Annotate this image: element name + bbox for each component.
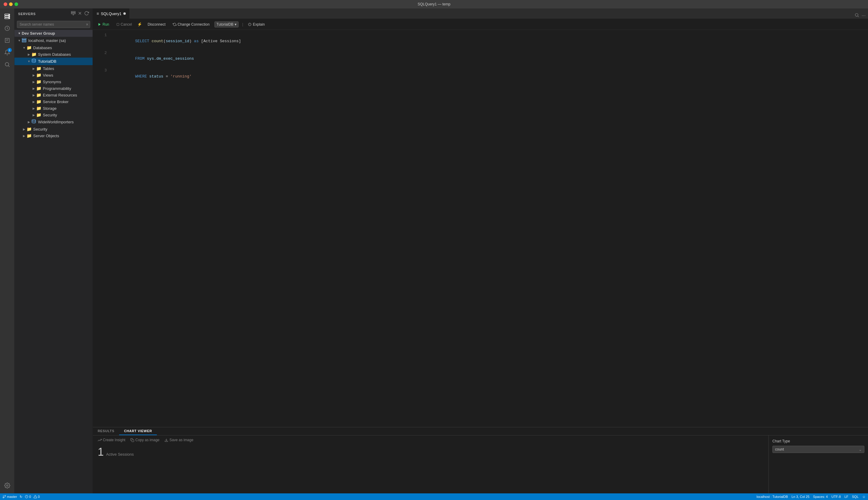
chart-viewer-tab[interactable]: CHART VIEWER (119, 427, 157, 435)
activity-notifications[interactable]: 1 (2, 47, 13, 58)
service-broker-item[interactable]: ▶ 📁 Service Broker (14, 98, 93, 105)
server-icon (22, 38, 27, 43)
storage-label: Storage (43, 106, 57, 111)
activity-history[interactable] (2, 23, 13, 34)
language-text: SQL (852, 495, 859, 499)
storage-item[interactable]: ▶ 📁 Storage (14, 105, 93, 112)
code-editor[interactable]: 1 SELECT count(session_id) as [Active Se… (93, 30, 868, 427)
activity-bookmarks[interactable] (2, 35, 13, 46)
search-clear-icon[interactable]: × (86, 22, 88, 27)
copy-as-image-button[interactable]: Copy as image (130, 438, 160, 442)
security-db-item[interactable]: ▶ 📁 Security (14, 112, 93, 118)
disconnect-button[interactable]: Disconnect (145, 21, 168, 27)
external-resources-item[interactable]: ▶ 📁 External Resources (14, 92, 93, 98)
line-number-3: 3 (98, 68, 107, 73)
maximize-button[interactable] (14, 2, 18, 6)
save-as-image-button[interactable]: Save as image (164, 438, 193, 442)
server-objects-arrow: ▶ (22, 134, 26, 137)
svg-line-10 (8, 66, 9, 67)
create-insight-button[interactable]: Create Insight (98, 438, 125, 442)
chart-type-select[interactable]: count bar line pie scatter timeSeries (773, 446, 864, 453)
svg-rect-18 (22, 41, 26, 42)
databases-icon: 📁 (26, 45, 32, 50)
results-tab[interactable]: RESULTS (93, 427, 119, 435)
query-tab[interactable]: ≡ SQLQuery1 (93, 9, 130, 19)
tutorialdb-item[interactable]: ▼ TutorialDB (14, 58, 93, 65)
tab-label: SQLQuery1 (101, 11, 122, 16)
settings-icon[interactable] (2, 480, 13, 491)
activity-search[interactable] (2, 59, 13, 70)
security-db-arrow: ▶ (31, 113, 36, 117)
error-count[interactable]: 0 (25, 495, 31, 499)
cancel-button[interactable]: Cancel (114, 21, 134, 27)
sync-button[interactable]: ↻ (20, 495, 22, 499)
new-connection-icon[interactable] (71, 11, 76, 16)
sidebar-header-icons (71, 11, 89, 16)
results-tabs: RESULTS CHART VIEWER (93, 427, 868, 435)
tables-arrow: ▶ (31, 67, 36, 70)
sidebar: SERVERS (14, 9, 93, 493)
tutorialdb-arrow: ▼ (26, 60, 31, 63)
save-as-image-label: Save as image (170, 438, 193, 442)
security-server-icon: 📁 (26, 127, 32, 132)
cursor-position[interactable]: Ln 3, Col 25 (791, 495, 809, 499)
svg-point-5 (9, 18, 9, 19)
synonyms-item[interactable]: ▶ 📁 Synonyms (14, 78, 93, 85)
line-ending-info[interactable]: LF (844, 495, 848, 499)
service-broker-icon: 📁 (36, 99, 42, 104)
server-objects-icon: 📁 (26, 133, 32, 138)
search-tab-icon[interactable] (854, 13, 859, 19)
tab-actions: ··· (854, 13, 868, 19)
databases-item[interactable]: ▼ 📁 Databases (14, 44, 93, 51)
server-objects-label: Server Objects (33, 134, 59, 138)
views-item[interactable]: ▶ 📁 Views (14, 72, 93, 78)
spaces-info[interactable]: Spaces: 4 (813, 495, 828, 499)
tables-icon: 📁 (36, 66, 42, 71)
git-branch[interactable]: master (2, 495, 17, 499)
search-input[interactable] (17, 21, 90, 28)
change-connection-button[interactable]: Change Connection (170, 21, 212, 27)
result-metric-label: Active Sessions (106, 452, 134, 457)
storage-icon: 📁 (36, 106, 42, 111)
databases-label: Databases (33, 46, 52, 50)
system-databases-item[interactable]: ▶ 📁 System Databases (14, 51, 93, 58)
programmability-item[interactable]: ▶ 📁 Programmability (14, 85, 93, 92)
language-info[interactable]: SQL (852, 495, 859, 499)
search-box[interactable]: × (17, 21, 90, 28)
activity-servers[interactable] (2, 11, 13, 22)
feedback-button[interactable]: ☺ (862, 495, 866, 499)
wideworldimporters-item[interactable]: ▶ WideWorldImporters (14, 118, 93, 126)
security-server-label: Security (33, 127, 47, 132)
connection-info[interactable]: localhost : TutorialDB (757, 495, 788, 499)
security-server-arrow: ▶ (22, 127, 26, 131)
sidebar-title: SERVERS (18, 12, 36, 16)
line-content-2: FROM sys.dm_exec_sessions (112, 50, 194, 68)
encoding-info[interactable]: UTF-8 (832, 495, 841, 499)
warning-count[interactable]: 0 (34, 495, 40, 499)
synonyms-label: Synonyms (43, 80, 61, 84)
database-selector[interactable]: TutorialDB ▾ (215, 21, 239, 27)
server-label: localhost, master (sa) (28, 38, 66, 43)
more-tab-icon[interactable]: ··· (862, 13, 866, 19)
tables-item[interactable]: ▶ 📁 Tables (14, 65, 93, 72)
server-item[interactable]: ▼ localhost, master (sa) (14, 37, 93, 44)
run-button[interactable]: Run (95, 21, 112, 27)
server-objects-item[interactable]: ▶ 📁 Server Objects (14, 133, 93, 139)
close-button[interactable] (4, 2, 7, 6)
chart-type-select-wrapper: count bar line pie scatter timeSeries (773, 446, 864, 453)
results-actions: Create Insight Copy as image (98, 438, 764, 442)
refresh-icon[interactable] (84, 11, 89, 16)
group-label: Dev Server Group (22, 31, 55, 36)
security-server-item[interactable]: ▶ 📁 Security (14, 126, 93, 133)
server-group[interactable]: ▼ Dev Server Group (14, 30, 93, 37)
title-bar: SQLQuery1 — temp (0, 0, 868, 9)
svg-rect-12 (71, 11, 75, 12)
chart-type-label: Chart Type (773, 439, 864, 443)
svg-point-19 (32, 59, 36, 60)
line-number-1: 1 (98, 32, 107, 38)
svg-point-20 (32, 120, 36, 121)
disconnect-icon[interactable] (78, 11, 82, 16)
minimize-button[interactable] (9, 2, 13, 6)
explain-button[interactable]: Explain (245, 21, 267, 27)
connection-text: localhost : TutorialDB (757, 495, 788, 499)
